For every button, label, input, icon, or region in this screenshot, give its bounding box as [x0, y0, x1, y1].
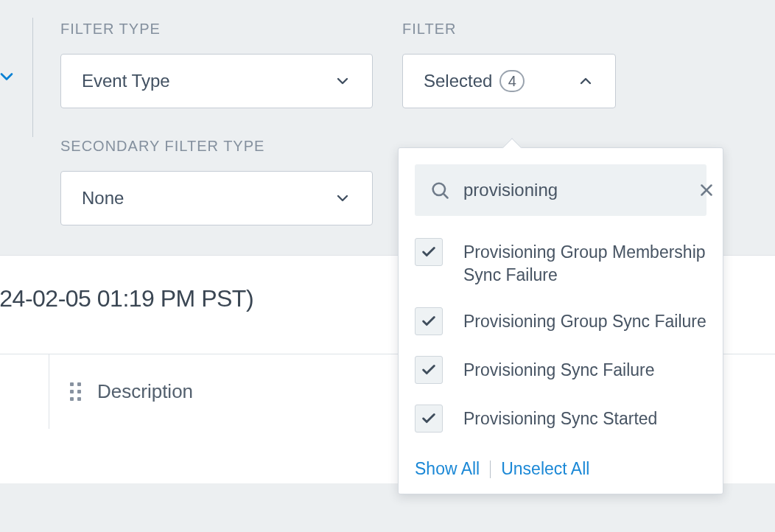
- chevron-down-icon: [334, 72, 351, 90]
- filter-option[interactable]: Provisioning Group Membership Sync Failu…: [415, 238, 706, 287]
- filter-type-dropdown[interactable]: Event Type: [60, 54, 373, 108]
- collapse-chevron-icon[interactable]: [0, 66, 17, 87]
- filter-options-list: Provisioning Group Membership Sync Failu…: [415, 238, 706, 433]
- checkbox-checked[interactable]: [415, 405, 443, 433]
- column-description-label: Description: [97, 380, 193, 403]
- secondary-filter-type-dropdown[interactable]: None: [60, 171, 373, 225]
- filter-popover: Provisioning Group Membership Sync Failu…: [398, 147, 723, 494]
- chevron-up-icon: [577, 72, 595, 90]
- filter-option[interactable]: Provisioning Group Sync Failure: [415, 307, 706, 335]
- search-icon: [429, 180, 450, 200]
- filter-option[interactable]: Provisioning Sync Failure: [415, 356, 706, 384]
- section-divider: [32, 18, 33, 137]
- filter-search-input[interactable]: [463, 180, 684, 200]
- filter-option-label: Provisioning Group Membership Sync Failu…: [463, 238, 706, 287]
- filter-count-badge: 4: [499, 70, 525, 92]
- filter-option-label: Provisioning Sync Failure: [463, 356, 655, 382]
- unselect-all-link[interactable]: Unselect All: [501, 459, 589, 479]
- secondary-filter-type-value: None: [82, 188, 124, 209]
- filter-search-box[interactable]: [415, 164, 706, 216]
- show-all-link[interactable]: Show All: [415, 459, 480, 479]
- table-header-spacer: [0, 354, 49, 429]
- filter-option[interactable]: Provisioning Sync Started: [415, 405, 706, 433]
- filter-dropdown[interactable]: Selected 4: [402, 54, 616, 108]
- checkbox-checked[interactable]: [415, 307, 443, 335]
- checkbox-checked[interactable]: [415, 238, 443, 266]
- filter-type-label: FILTER TYPE: [60, 21, 373, 38]
- chevron-down-icon: [334, 189, 351, 207]
- popover-actions: Show All Unselect All: [415, 459, 706, 479]
- filter-option-label: Provisioning Group Sync Failure: [463, 307, 706, 333]
- svg-line-1: [443, 194, 448, 198]
- filter-selected-text: Selected: [424, 71, 492, 91]
- filter-option-label: Provisioning Sync Started: [463, 405, 657, 430]
- filter-label: FILTER: [402, 21, 616, 38]
- checkbox-checked[interactable]: [415, 356, 443, 384]
- drag-handle-icon[interactable]: [70, 382, 81, 401]
- clear-search-icon[interactable]: [697, 181, 716, 200]
- filter-type-value: Event Type: [82, 71, 170, 91]
- actions-separator: [490, 461, 491, 478]
